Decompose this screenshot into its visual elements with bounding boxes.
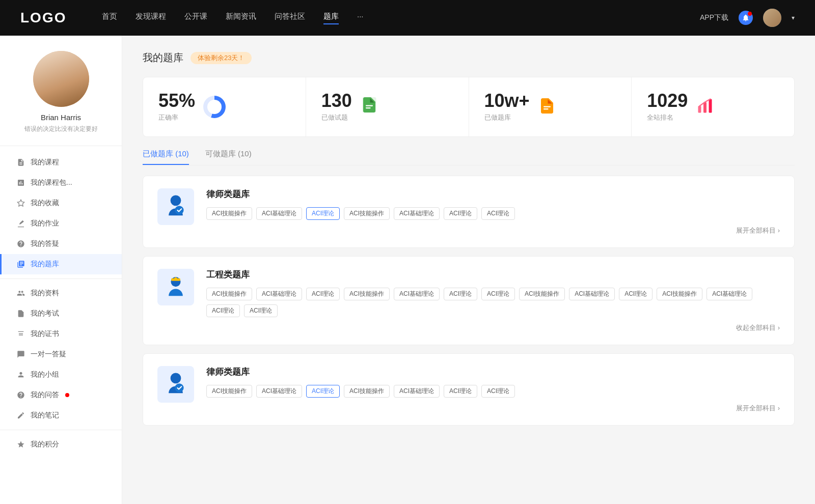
tag-2-12[interactable]: ACI理论 [206,304,240,317]
sidebar-item-my-exam[interactable]: 我的考试 [0,303,122,324]
my-profile-icon [16,289,25,298]
expand-link-2[interactable]: 收起全部科目 › [736,323,780,332]
tag-1-2[interactable]: ACI理论 [306,207,340,220]
tag-1-1[interactable]: ACI基础理论 [256,207,302,220]
nav-item-discover[interactable]: 发现课程 [135,12,166,24]
tag-2-8[interactable]: ACI基础理论 [569,288,615,300]
sidebar-item-label: 我的积分 [31,440,59,449]
tag-3-4[interactable]: ACI基础理论 [394,385,440,398]
bell-icon [742,14,750,22]
expand-link-1[interactable]: 展开全部科目 › [736,226,780,235]
tag-2-9[interactable]: ACI理论 [619,288,653,300]
tag-3-2[interactable]: ACI理论 [306,385,340,398]
navbar-logo: LOGO [20,10,71,26]
tag-1-6[interactable]: ACI理论 [481,207,515,220]
stat-accuracy-label: 正确率 [158,113,195,122]
sidebar-item-my-points[interactable]: 我的积分 [0,434,122,455]
qbank-tags-2: ACI技能操作 ACI基础理论 ACI理论 ACI技能操作 ACI基础理论 AC… [206,288,780,317]
tag-2-10[interactable]: ACI技能操作 [657,288,702,300]
chart-pink-icon [696,97,714,117]
tab-available-banks[interactable]: 可做题库 (10) [205,149,252,165]
tag-2-4[interactable]: ACI基础理论 [394,288,440,300]
qbank-footer-2: 收起全部科目 › [206,323,780,332]
tag-2-3[interactable]: ACI技能操作 [344,288,390,300]
nav-item-qbank[interactable]: 题库 [323,12,339,24]
tag-1-0[interactable]: ACI技能操作 [206,207,252,220]
notification-bell-button[interactable] [739,11,753,25]
sidebar-item-1on1-qa[interactable]: 一对一答疑 [0,344,122,365]
tag-1-3[interactable]: ACI技能操作 [344,207,390,220]
tag-2-2[interactable]: ACI理论 [306,288,340,300]
sidebar-item-my-question[interactable]: 我的问答 [0,385,122,405]
qbank-title-3: 律师类题库 [206,366,780,378]
expand-link-3[interactable]: 展开全部科目 › [736,404,780,413]
nav-item-qa[interactable]: 问答社区 [275,12,305,24]
tag-1-5[interactable]: ACI理论 [444,207,477,220]
my-cert-icon [16,329,25,339]
doc-green-icon [360,96,378,118]
tag-2-1[interactable]: ACI基础理论 [256,288,302,300]
qbank-content-2: 工程类题库 ACI技能操作 ACI基础理论 ACI理论 ACI技能操作 ACI基… [206,269,780,332]
homework-icon [16,219,25,228]
main-layout: Brian Harris 错误的决定比没有决定要好 我的课程 我的课程包... [0,36,815,504]
stat-done-questions-label: 已做试题 [321,113,352,122]
my-notes-icon [16,411,25,420]
sidebar-item-label: 我的小组 [31,370,59,379]
sidebar-item-my-group[interactable]: 我的小组 [0,365,122,385]
sidebar-item-my-qa[interactable]: 我的答疑 [0,234,122,254]
tag-1-4[interactable]: ACI基础理论 [394,207,440,220]
my-qbank-icon [16,260,25,269]
my-qa-icon [16,239,25,248]
tag-3-5[interactable]: ACI理论 [444,385,477,398]
sidebar-item-course-package[interactable]: 我的课程包... [0,173,122,193]
qbank-card-lawyer-2: 律师类题库 ACI技能操作 ACI基础理论 ACI理论 ACI技能操作 ACI基… [143,353,795,426]
sidebar-menu: 我的课程 我的课程包... 我的收藏 我的作业 [0,146,122,455]
tag-3-0[interactable]: ACI技能操作 [206,385,252,398]
sidebar-username: Brian Harris [41,113,81,122]
nav-item-more[interactable]: ··· [357,12,364,24]
tag-3-6[interactable]: ACI理论 [481,385,515,398]
course-package-icon [16,178,25,187]
tab-done-banks[interactable]: 已做题库 (10) [143,149,189,165]
nav-item-open-course[interactable]: 公开课 [184,12,207,24]
navbar: LOGO 首页 发现课程 公开课 新闻资讯 问答社区 题库 ··· APP下载 … [0,0,815,36]
sidebar-item-label: 我的课程包... [31,178,72,187]
page-header: 我的题库 体验剩余23天！ [143,51,795,65]
tag-2-11[interactable]: ACI基础理论 [707,288,752,300]
user-dropdown-icon[interactable]: ▾ [792,14,795,21]
sidebar-item-favorites[interactable]: 我的收藏 [0,193,122,213]
avatar-image [763,9,781,27]
tag-2-7[interactable]: ACI技能操作 [519,288,565,300]
sidebar-item-my-cert[interactable]: 我的证书 [0,324,122,344]
stat-ranking: 1029 全站排名 [632,77,794,136]
svg-point-9 [171,373,181,383]
tag-2-0[interactable]: ACI技能操作 [206,288,252,300]
tag-3-1[interactable]: ACI基础理论 [256,385,302,398]
sidebar-item-my-notes[interactable]: 我的笔记 [0,405,122,426]
sidebar-item-my-profile[interactable]: 我的资料 [0,283,122,303]
doc-yellow-icon [538,97,556,117]
sidebar-divider [0,278,122,279]
svg-rect-4 [709,99,712,113]
nav-item-news[interactable]: 新闻资讯 [226,12,256,24]
sidebar-item-my-qbank[interactable]: 我的题库 [0,254,122,274]
tag-3-3[interactable]: ACI技能操作 [344,385,390,398]
nav-item-home[interactable]: 首页 [102,12,117,24]
tag-2-5[interactable]: ACI理论 [444,288,477,300]
user-avatar[interactable] [763,9,781,27]
trial-badge: 体验剩余23天！ [191,52,252,64]
tag-2-6[interactable]: ACI理论 [481,288,515,300]
stat-ranking-text: 1029 全站排名 [647,92,688,122]
stats-row: 55% 正确率 130 已做试题 [143,77,795,137]
svg-rect-8 [171,278,180,281]
sidebar-item-my-course[interactable]: 我的课程 [0,152,122,173]
app-download-button[interactable]: APP下载 [700,13,728,22]
navbar-nav: 首页 发现课程 公开课 新闻资讯 问答社区 题库 ··· [102,12,700,24]
stat-ranking-value: 1029 [647,92,688,110]
svg-point-5 [171,195,181,206]
sidebar-profile: Brian Harris 错误的决定比没有决定要好 [0,51,122,146]
tag-2-13[interactable]: ACI理论 [244,304,278,317]
sidebar-item-homework[interactable]: 我的作业 [0,213,122,234]
stat-done-banks: 10w+ 已做题库 [469,77,632,136]
sidebar-item-label: 我的证书 [31,329,59,339]
